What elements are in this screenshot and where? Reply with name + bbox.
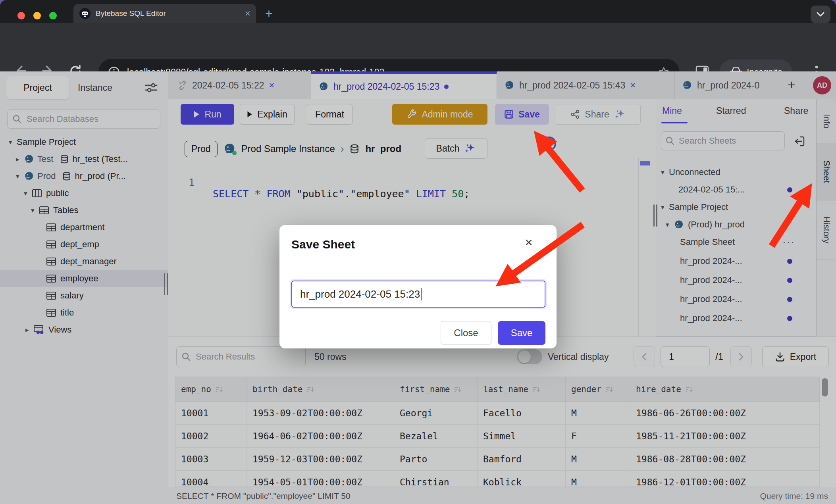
chevron-down-icon bbox=[816, 12, 825, 17]
tab-search-chevron-button[interactable] bbox=[811, 6, 830, 23]
bytebase-app: Project Instance ▾ Sample Project ▸ Test bbox=[0, 71, 836, 504]
browser-chrome: Bytebase SQL Editor × + localhost:8080/s… bbox=[0, 0, 836, 71]
browser-tab-title: Bytebase SQL Editor bbox=[96, 9, 245, 18]
dialog-save-button[interactable]: Save bbox=[498, 321, 545, 345]
traffic-minimize-button[interactable] bbox=[33, 12, 41, 19]
bytebase-favicon bbox=[79, 8, 91, 19]
browser-tab-close-icon[interactable]: × bbox=[245, 9, 250, 18]
browser-toolbar: localhost:8080/sql-editor/prod-sample-in… bbox=[0, 23, 836, 71]
new-tab-button[interactable]: + bbox=[265, 7, 273, 20]
sheet-name-value: hr_prod 2024-02-05 15:23 bbox=[300, 288, 420, 300]
dialog-close-icon[interactable]: × bbox=[525, 235, 533, 249]
traffic-close-button[interactable] bbox=[17, 12, 25, 19]
browser-tab[interactable]: Bytebase SQL Editor × bbox=[73, 4, 256, 23]
dialog-close-button[interactable]: Close bbox=[441, 321, 491, 345]
dialog-divider bbox=[291, 269, 545, 269]
dialog-title: Save Sheet bbox=[291, 238, 355, 251]
screen: Bytebase SQL Editor × + localhost:8080/s… bbox=[0, 0, 836, 504]
save-sheet-dialog: Save Sheet × hr_prod 2024-02-05 15:23 Cl… bbox=[279, 225, 557, 348]
sheet-name-input[interactable]: hr_prod 2024-02-05 15:23 bbox=[291, 281, 545, 308]
text-cursor bbox=[421, 288, 422, 300]
traffic-zoom-button[interactable] bbox=[49, 12, 57, 19]
